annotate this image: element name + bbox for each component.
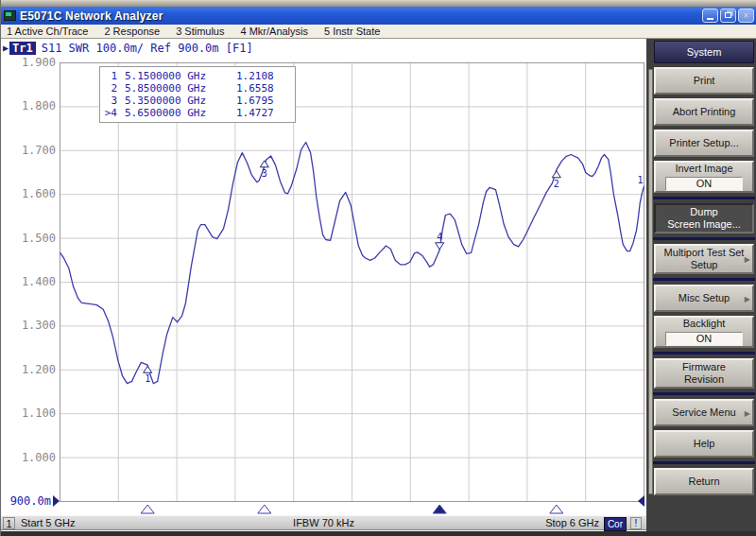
softkey-label: Printer Setup... — [656, 137, 752, 149]
menu-item-4[interactable]: 4 Mkr/Analysis — [240, 26, 308, 37]
marker-4-label: 4 — [437, 232, 442, 242]
titlebar[interactable]: E5071C Network Analyzer × — [1, 7, 756, 25]
softkey-group-separator — [653, 197, 755, 199]
softkey-firmware-revision[interactable]: FirmwareRevision — [654, 358, 754, 389]
menu-item-5[interactable]: 5 Instr State — [324, 26, 380, 37]
softkey-multiport-test-set-setup[interactable]: Multiport Test SetSetup▶ — [654, 244, 754, 274]
submenu-arrow-icon: ▶ — [745, 407, 750, 420]
instrument-screen: E5071C Network Analyzer × 1 Active Ch/Tr… — [0, 0, 756, 536]
marker-2-stimulus-icon — [550, 505, 563, 513]
softkey-label: Setup — [656, 259, 752, 271]
softkey-help[interactable]: Help — [654, 430, 754, 458]
softkey-buttons: SystemPrintAbort PrintingPrinter Setup..… — [654, 41, 754, 495]
warning-badge: ! — [630, 517, 642, 529]
minimize-button[interactable] — [702, 9, 718, 23]
correction-status-badge: Cor — [604, 517, 627, 531]
trace-end-number: 1 — [638, 175, 644, 185]
softkey-group-separator — [653, 278, 755, 281]
restore-button[interactable] — [720, 9, 736, 23]
softkey-label: Misc Setup — [656, 292, 752, 304]
close-button[interactable]: × — [738, 9, 754, 23]
y-tick-label: 1.800 — [1, 99, 56, 112]
softkey-label: Invert Image — [656, 163, 752, 175]
marker-4-stimulus-icon — [433, 505, 446, 513]
softkey-dump-screen-image[interactable]: DumpScreen Image... — [654, 203, 754, 233]
y-tick-label: 1.500 — [1, 232, 56, 245]
marker-2-label: 2 — [554, 179, 559, 189]
softkey-state-value: ON — [665, 332, 743, 346]
ref-level-label: 900.0m — [1, 494, 51, 508]
marker-1-stimulus-icon — [141, 505, 154, 513]
marker-number: 1 — [104, 70, 125, 82]
softkey-label: Abort Printing — [656, 106, 752, 118]
window-bottom-border — [1, 531, 756, 536]
softkey-backlight[interactable]: BacklightON — [654, 316, 754, 348]
trace-header[interactable]: ▶ Tr1 S11 SWR 100.0m/ Ref 900.0m [F1] — [3, 41, 253, 55]
marker-frequency: 5.8500000 GHz — [125, 82, 236, 95]
app-icon — [4, 10, 16, 21]
marker-frequency: 5.1500000 GHz — [125, 70, 236, 82]
marker-value: 1.6558 — [236, 82, 287, 95]
marker-table-row: 25.8500000 GHz1.6558 — [104, 82, 287, 95]
y-tick-label: 1.900 — [1, 56, 56, 69]
restore-icon — [725, 12, 731, 18]
submenu-arrow-icon: ▶ — [745, 253, 750, 266]
softkey-label: Multiport Test Set — [656, 247, 752, 259]
softkey-print[interactable]: Print — [654, 67, 754, 95]
close-icon: × — [744, 10, 749, 21]
submenu-arrow-icon: ▶ — [745, 293, 750, 305]
softkey-scrollbar[interactable] — [648, 69, 653, 494]
window-title: E5071C Network Analyzer — [20, 9, 163, 23]
softkey-menu-title: System — [654, 41, 754, 63]
stop-frequency-label: Stop 6 GHz — [545, 517, 599, 528]
window-controls: × — [702, 9, 754, 23]
menu-item-1[interactable]: 1 Active Ch/Trace — [7, 26, 88, 37]
marker-table-row: 35.3500000 GHz1.6795 — [104, 95, 287, 107]
y-tick-label: 1.700 — [1, 144, 56, 157]
menu-item-2[interactable]: 2 Response — [104, 26, 160, 37]
minimize-icon — [707, 18, 713, 20]
swr-plot[interactable]: 12341 — [60, 62, 644, 514]
menu-item-3[interactable]: 3 Stimulus — [176, 26, 224, 37]
softkey-label: Screen Image... — [656, 218, 752, 231]
softkey-abort-printing[interactable]: Abort Printing — [654, 98, 754, 126]
marker-value: 1.2108 — [236, 70, 287, 82]
softkey-label: Help — [656, 438, 752, 450]
ref-level-arrow-right-icon — [638, 495, 644, 507]
marker-table: 15.1500000 GHz1.210825.8500000 GHz1.6558… — [99, 66, 296, 123]
softkey-label: Service Menu — [656, 406, 752, 419]
y-tick-label: 1.000 — [1, 451, 56, 464]
softkey-group-separator — [653, 461, 755, 464]
y-tick-label: 1.400 — [1, 275, 56, 288]
softkey-service-menu[interactable]: Service Menu▶ — [654, 399, 754, 426]
marker-table-row: 15.1500000 GHz1.2108 — [104, 70, 287, 82]
y-tick-label: 1.100 — [1, 406, 56, 420]
trace-parameters: S11 SWR 100.0m/ Ref 900.0m [F1] — [42, 42, 253, 55]
softkey-printer-setup[interactable]: Printer Setup... — [654, 130, 754, 157]
active-trace-arrow-icon: ▶ — [3, 43, 9, 53]
softkey-panel: SystemPrintAbort PrintingPrinter Setup..… — [646, 39, 756, 531]
softkey-group-separator — [653, 237, 755, 240]
softkey-label: Firmware — [656, 361, 752, 373]
ref-level-arrow-left-icon — [53, 495, 60, 507]
softkey-label: Dump — [656, 206, 752, 218]
marker-value: 1.4727 — [236, 107, 287, 119]
marker-frequency: 5.3500000 GHz — [125, 95, 236, 107]
marker-3-stimulus-icon — [258, 505, 271, 513]
marker-value: 1.6795 — [236, 95, 287, 107]
softkey-label: Return — [656, 475, 752, 488]
window-top-border — [1, 0, 756, 7]
softkey-group-separator — [653, 352, 755, 354]
trace-name-badge: Tr1 — [9, 42, 36, 55]
display-area: ▶ Tr1 S11 SWR 100.0m/ Ref 900.0m [F1] 1.… — [1, 39, 646, 531]
softkey-misc-setup[interactable]: Misc Setup▶ — [654, 285, 754, 312]
y-tick-label: 1.300 — [1, 319, 56, 332]
softkey-label: Revision — [656, 373, 752, 386]
softkey-label: Backlight — [656, 318, 752, 330]
softkey-invert-image[interactable]: Invert ImageON — [654, 161, 754, 193]
softkey-return[interactable]: Return — [654, 468, 754, 495]
marker-1-label: 1 — [145, 373, 150, 384]
marker-table-row: >45.6500000 GHz1.4727 — [104, 107, 287, 119]
marker-number: 2 — [104, 82, 125, 95]
marker-3-label: 3 — [262, 168, 267, 179]
